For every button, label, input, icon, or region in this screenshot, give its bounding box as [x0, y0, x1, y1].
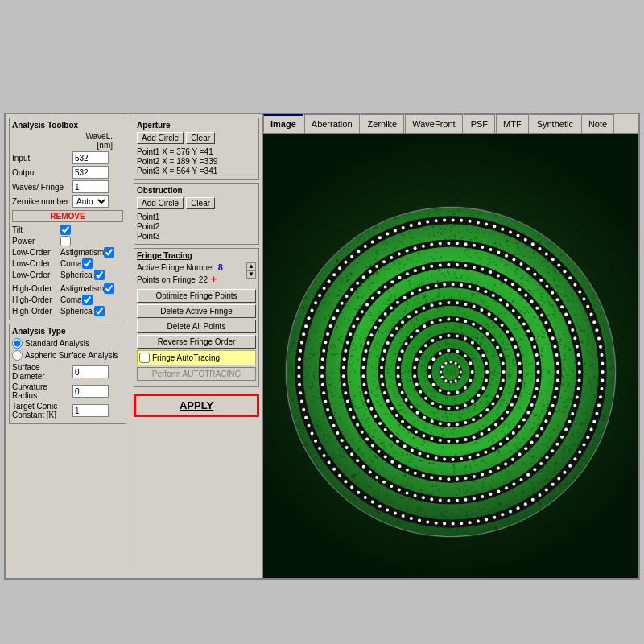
analysis-toolbox-title: Analysis Toolbox: [12, 121, 123, 130]
ho-coma-right-label: Coma: [60, 295, 82, 304]
fringe-title: Fringe Tracing: [137, 251, 256, 260]
ho-sph-right-label: Spherical: [60, 307, 94, 316]
tab-mtf[interactable]: MTF: [496, 114, 529, 133]
ho-sph-row: High-Order Spherical: [12, 306, 123, 316]
input-row: Input: [12, 151, 123, 164]
plus-button[interactable]: +: [211, 274, 217, 285]
points-fringe-value: 22: [199, 275, 208, 284]
tab-note[interactable]: Note: [581, 114, 614, 133]
power-row: Power: [12, 236, 123, 246]
ho-coma-checkbox[interactable]: [82, 295, 93, 305]
fringe-section: Fringe Tracing Active Fringe Number 8 Po…: [134, 248, 259, 387]
curvature-radius-field[interactable]: [72, 385, 109, 398]
target-conic-row: Target Conic Constant [K]: [12, 402, 123, 419]
mid-panel: Aperture Add Circle Clear Point1 X = 376…: [130, 114, 263, 578]
surface-diameter-field[interactable]: [72, 365, 109, 378]
surface-diameter-row: Surface Diameter: [12, 363, 123, 381]
apply-button[interactable]: APPLY: [134, 394, 259, 417]
tab-wavefront[interactable]: WaveFront: [405, 114, 462, 133]
standard-radio-label: Standard Analysis: [25, 339, 89, 348]
autotracing-label: Fringe AutoTracing: [152, 353, 220, 362]
standard-radio[interactable]: [12, 338, 23, 349]
obstruction-clear-button[interactable]: Clear: [186, 197, 215, 209]
ho-astig-left-label: High-Order: [12, 284, 60, 293]
lo-coma-right-label: Coma: [60, 259, 82, 268]
aperture-add-circle-button[interactable]: Add Circle: [137, 132, 184, 144]
tab-zernike[interactable]: Zernike: [361, 114, 405, 133]
aspheric-radio[interactable]: [12, 350, 23, 361]
obstruction-section: Obstruction Add Circle Clear Point1 Poin…: [134, 183, 259, 245]
obstruction-point3: Point3: [137, 232, 256, 241]
curvature-radius-row: Curvature Radius: [12, 382, 123, 400]
fringe-down-arrow[interactable]: ▼: [246, 270, 256, 279]
autotracing-checkbox[interactable]: [139, 353, 150, 363]
aperture-title: Aperture: [137, 121, 256, 130]
waves-fringe-field[interactable]: [72, 180, 109, 193]
zernike-row: Zernike number Auto 36 15: [12, 195, 123, 208]
tab-image[interactable]: Image: [263, 114, 303, 133]
target-conic-field[interactable]: [72, 404, 109, 417]
wave-header: WaveL. [nm]: [12, 132, 123, 150]
input-label: Input: [12, 154, 72, 163]
surface-diameter-label: Surface Diameter: [12, 363, 72, 381]
perform-autotracing-button[interactable]: Perform AUTOTRACING: [137, 367, 256, 381]
lo-astig-right-label: Astigmatism: [60, 248, 104, 257]
active-fringe-value: 8: [218, 262, 223, 272]
tab-bar: Image Aberration Zernike WaveFront PSF M…: [263, 114, 638, 134]
obstruction-point2: Point2: [137, 222, 256, 231]
tilt-row: Tilt: [12, 225, 123, 235]
tab-psf[interactable]: PSF: [464, 114, 495, 133]
delete-all-points-button[interactable]: Delete All Points: [137, 320, 256, 333]
delete-active-fringe-button[interactable]: Delete Active Fringe: [137, 304, 256, 318]
remove-button[interactable]: REMOVE: [12, 210, 123, 222]
zernike-select[interactable]: Auto 36 15: [72, 195, 109, 208]
image-area: [263, 134, 638, 578]
power-checkbox[interactable]: [60, 236, 71, 246]
optimize-fringe-button[interactable]: Optimize Fringe Points: [137, 289, 256, 303]
tilt-checkbox[interactable]: [60, 225, 71, 235]
aperture-clear-button[interactable]: Clear: [186, 132, 215, 144]
input-field[interactable]: [72, 151, 109, 164]
fringe-up-arrow[interactable]: ▲: [246, 262, 256, 270]
aspheric-radio-row: Aspheric Surface Analysis: [12, 350, 123, 361]
lo-coma-checkbox[interactable]: [82, 258, 93, 269]
lo-coma-left-label: Low-Order: [12, 259, 60, 268]
lo-sph-left-label: Low-Order: [12, 270, 60, 279]
ho-sph-left-label: High-Order: [12, 307, 60, 316]
analysis-type-section: Analysis Type Standard Analysis Aspheric…: [9, 324, 126, 424]
aperture-point2: Point2 X = 189 Y =339: [137, 157, 256, 166]
aspheric-radio-label: Aspheric Surface Analysis: [25, 351, 118, 360]
curvature-radius-label: Curvature Radius: [12, 382, 72, 400]
lo-astig-checkbox[interactable]: [104, 247, 114, 258]
lo-sph-row: Low-Order Spherical: [12, 270, 123, 280]
obstruction-title: Obstruction: [137, 186, 256, 195]
tab-aberration[interactable]: Aberration: [304, 114, 360, 133]
ho-coma-left-label: High-Order: [12, 295, 60, 304]
output-field[interactable]: [72, 166, 109, 179]
reverse-fringe-button[interactable]: Reverse Fringe Order: [137, 335, 256, 349]
output-label: Output: [12, 168, 72, 177]
autotracing-row: Fringe AutoTracing: [137, 350, 256, 365]
ho-astig-checkbox[interactable]: [104, 283, 114, 294]
active-fringe-row: Active Fringe Number 8: [137, 262, 243, 272]
lo-sph-checkbox[interactable]: [94, 270, 105, 280]
left-panel: Analysis Toolbox WaveL. [nm] Input Outpu…: [6, 114, 130, 578]
analysis-toolbox-section: Analysis Toolbox WaveL. [nm] Input Outpu…: [9, 118, 126, 320]
tilt-left-label: Tilt: [12, 225, 60, 234]
output-row: Output: [12, 166, 123, 179]
tab-synthetic[interactable]: Synthetic: [530, 114, 580, 133]
lo-astig-row: Low-Order Astigmatism: [12, 247, 123, 258]
zernike-label: Zernike number: [12, 197, 72, 206]
points-fringe-label: Points on Fringe: [137, 275, 196, 284]
power-left-label: Power: [12, 237, 60, 246]
ho-sph-checkbox[interactable]: [94, 306, 105, 316]
fringe-image-canvas: [263, 134, 638, 578]
aperture-section: Aperture Add Circle Clear Point1 X = 376…: [134, 118, 259, 180]
ho-coma-row: High-Order Coma: [12, 295, 123, 305]
obstruction-add-circle-button[interactable]: Add Circle: [137, 197, 184, 209]
ho-astig-row: High-Order Astigmatism: [12, 283, 123, 294]
aperture-point1: Point1 X = 376 Y =41: [137, 147, 256, 156]
waves-fringe-row: Waves/ Fringe: [12, 180, 123, 193]
standard-radio-row: Standard Analysis: [12, 338, 123, 349]
lo-coma-row: Low-Order Coma: [12, 258, 123, 269]
